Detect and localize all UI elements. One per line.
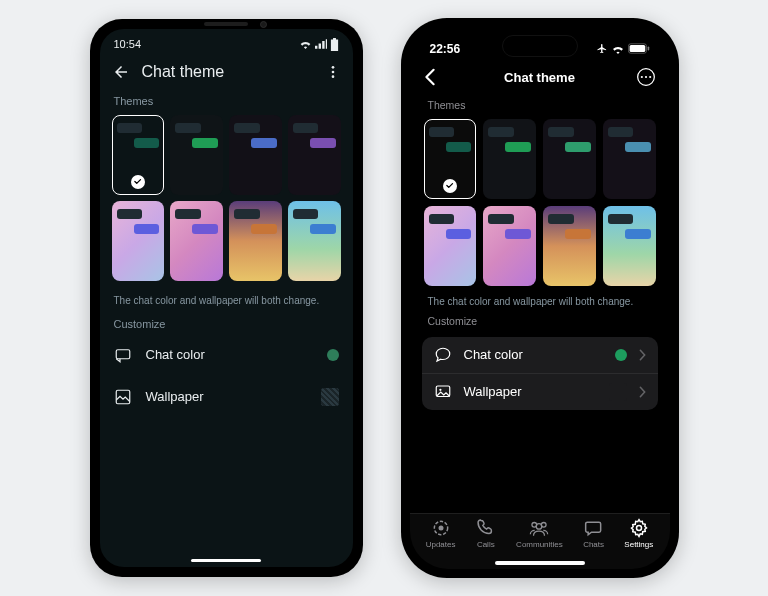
- wallpaper-row[interactable]: Wallpaper: [100, 376, 353, 418]
- updates-icon: [431, 518, 451, 538]
- themes-section-label: Themes: [410, 97, 670, 117]
- chat-color-swatch: [615, 349, 627, 361]
- wifi-icon: [611, 44, 625, 54]
- outgoing-bubble: [134, 138, 160, 148]
- incoming-bubble: [117, 123, 143, 133]
- theme-card[interactable]: [603, 119, 656, 199]
- theme-card[interactable]: [543, 206, 596, 286]
- communities-icon: [528, 518, 550, 538]
- svg-point-11: [649, 76, 651, 78]
- wallpaper-label: Wallpaper: [464, 384, 597, 399]
- theme-card[interactable]: [170, 201, 223, 281]
- battery-icon: [628, 43, 650, 54]
- wallpaper-row[interactable]: Wallpaper: [422, 374, 658, 410]
- tab-updates[interactable]: Updates: [426, 518, 456, 549]
- theme-card[interactable]: [483, 119, 536, 199]
- themes-section-label: Themes: [100, 89, 353, 111]
- selected-checkmark-icon: [131, 175, 145, 189]
- settings-icon: [629, 518, 649, 538]
- tab-calls[interactable]: Calls: [476, 518, 496, 549]
- incoming-bubble: [488, 214, 514, 224]
- theme-card[interactable]: [229, 201, 282, 281]
- more-options-icon[interactable]: [325, 64, 341, 80]
- incoming-bubble: [234, 123, 260, 133]
- chat-color-label: Chat color: [464, 347, 603, 362]
- chat-color-row[interactable]: Chat color: [100, 334, 353, 376]
- chat-color-row[interactable]: Chat color: [422, 337, 658, 374]
- back-arrow-icon[interactable]: [112, 63, 130, 81]
- svg-point-10: [644, 76, 646, 78]
- svg-rect-4: [116, 390, 130, 404]
- chat-color-swatch: [327, 349, 339, 361]
- outgoing-bubble: [565, 142, 591, 152]
- theme-card[interactable]: [170, 115, 223, 195]
- theme-card[interactable]: [424, 119, 477, 199]
- incoming-bubble: [293, 209, 319, 219]
- airplane-icon: [596, 43, 608, 54]
- tab-label: Communities: [516, 540, 563, 549]
- chat-color-icon: [114, 346, 132, 364]
- android-screen: 10:54 Chat theme Themes The chat color a…: [100, 29, 353, 567]
- more-circle-icon[interactable]: [636, 67, 656, 87]
- status-time: 10:54: [114, 38, 142, 50]
- customize-section-label: Customize: [100, 312, 353, 334]
- calls-icon: [476, 518, 496, 538]
- chat-bubble-icon: [434, 346, 452, 364]
- outgoing-bubble: [310, 138, 336, 148]
- theme-card[interactable]: [543, 119, 596, 199]
- svg-point-19: [636, 526, 641, 531]
- theme-card[interactable]: [112, 115, 165, 195]
- helper-text: The chat color and wallpaper will both c…: [100, 285, 353, 312]
- incoming-bubble: [548, 127, 574, 137]
- battery-icon: [330, 38, 339, 51]
- android-appbar: Chat theme: [100, 55, 353, 89]
- incoming-bubble: [429, 214, 455, 224]
- dynamic-island: [502, 35, 578, 57]
- back-chevron-icon[interactable]: [424, 68, 436, 86]
- outgoing-bubble: [565, 229, 591, 239]
- svg-rect-3: [116, 350, 130, 359]
- outgoing-bubble: [625, 229, 651, 239]
- iphone-navbar: Chat theme: [410, 63, 670, 97]
- tab-communities[interactable]: Communities: [516, 518, 563, 549]
- theme-card[interactable]: [483, 206, 536, 286]
- outgoing-bubble: [446, 142, 472, 152]
- incoming-bubble: [117, 209, 143, 219]
- theme-card[interactable]: [112, 201, 165, 281]
- outgoing-bubble: [625, 142, 651, 152]
- wallpaper-thumbnail: [609, 383, 627, 401]
- wifi-icon: [299, 39, 312, 49]
- tab-settings[interactable]: Settings: [624, 518, 653, 549]
- tab-label: Settings: [624, 540, 653, 549]
- incoming-bubble: [293, 123, 319, 133]
- status-time: 22:56: [430, 42, 461, 56]
- iphone-device-frame: 22:56 Chat theme Themes The chat color a…: [401, 18, 679, 578]
- page-title: Chat theme: [504, 70, 575, 85]
- signal-icon: [315, 39, 327, 49]
- incoming-bubble: [488, 127, 514, 137]
- android-themes-grid: [100, 111, 353, 285]
- tab-chats[interactable]: Chats: [583, 518, 604, 549]
- customize-list: Chat color Wallpaper: [422, 337, 658, 410]
- wallpaper-label: Wallpaper: [146, 389, 307, 404]
- android-status-bar: 10:54: [100, 29, 353, 55]
- theme-card[interactable]: [229, 115, 282, 195]
- theme-card[interactable]: [603, 206, 656, 286]
- wallpaper-icon: [114, 388, 132, 406]
- outgoing-bubble: [134, 224, 160, 234]
- outgoing-bubble: [251, 138, 277, 148]
- incoming-bubble: [429, 127, 455, 137]
- tab-label: Updates: [426, 540, 456, 549]
- theme-card[interactable]: [288, 115, 341, 195]
- theme-card[interactable]: [288, 201, 341, 281]
- chevron-right-icon: [639, 349, 646, 361]
- theme-card[interactable]: [424, 206, 477, 286]
- outgoing-bubble: [446, 229, 472, 239]
- selected-checkmark-icon: [443, 179, 457, 193]
- chats-icon: [584, 518, 604, 538]
- tab-label: Chats: [583, 540, 604, 549]
- incoming-bubble: [175, 123, 201, 133]
- chevron-right-icon: [639, 386, 646, 398]
- svg-rect-7: [647, 47, 649, 51]
- outgoing-bubble: [505, 142, 531, 152]
